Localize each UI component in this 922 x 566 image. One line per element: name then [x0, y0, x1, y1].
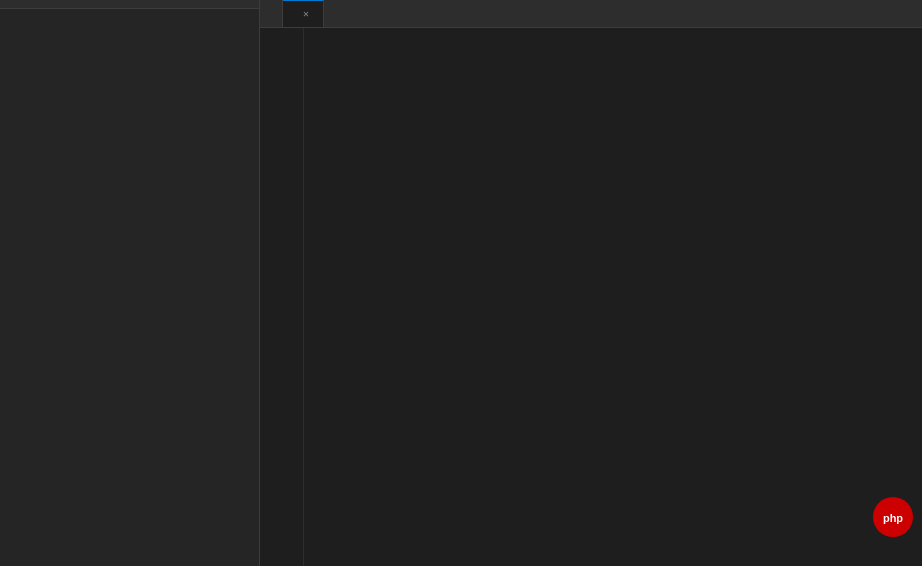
code-editor[interactable]	[260, 28, 922, 566]
svg-text:php: php	[883, 512, 903, 524]
line-numbers	[260, 28, 304, 566]
sidebar-header	[0, 0, 259, 9]
nav-back-button[interactable]	[264, 12, 270, 16]
nav-forward-button[interactable]	[272, 12, 278, 16]
editor-area: ✕	[260, 0, 922, 566]
tab-bar: ✕	[260, 0, 922, 28]
main-layout: ✕	[0, 0, 922, 566]
php-badge: php	[872, 496, 914, 542]
editor-tab[interactable]: ✕	[283, 0, 324, 27]
nav-arrows	[260, 0, 283, 27]
file-tree-sidebar	[0, 0, 260, 566]
code-content	[304, 28, 922, 566]
tab-close-button[interactable]: ✕	[299, 7, 313, 21]
